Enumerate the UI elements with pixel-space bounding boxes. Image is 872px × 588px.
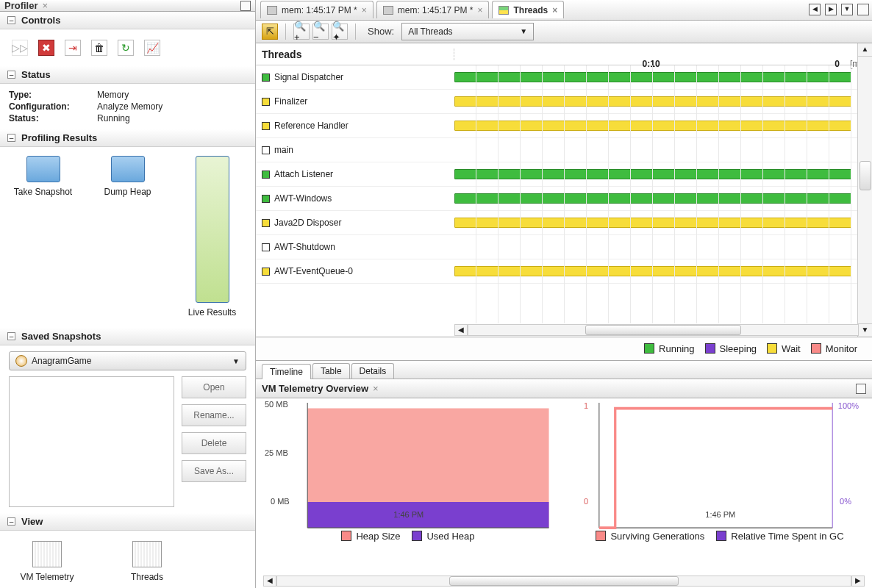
stop-icon[interactable]: ✖	[38, 40, 54, 56]
thread-row[interactable]: Reference Handler	[256, 114, 872, 138]
legend-usedheap-icon	[412, 531, 422, 541]
open-button[interactable]: Open	[182, 376, 246, 398]
tab-mem-1-label: mem: 1:45:17 PM *	[282, 5, 357, 15]
mem-icon	[383, 6, 393, 15]
subtab-table[interactable]: Table	[312, 363, 350, 379]
chart-heap: 50 MB 25 MB 0 MB 1:46 PM Heap Size Used …	[263, 403, 553, 550]
legend-heapsize-label: Heap Size	[356, 531, 400, 542]
scroll-down-icon[interactable]: ▼	[858, 323, 872, 337]
collapse-icon: –	[7, 134, 15, 142]
horizontal-scrollbar[interactable]: ◀ ▶	[256, 323, 872, 337]
thread-name: Finalizer	[274, 96, 307, 107]
close-icon[interactable]: ×	[477, 5, 482, 15]
delete-button[interactable]: Delete	[182, 432, 246, 454]
trash-icon[interactable]: 🗑	[91, 40, 107, 56]
tab-threads-label: Threads	[513, 5, 548, 15]
thread-row[interactable]: AWT-Windows	[256, 187, 872, 211]
svg-rect-1	[307, 502, 548, 528]
threads-legend: Running Sleeping Wait Monitor	[256, 337, 872, 361]
take-snapshot-button[interactable]: Take Snapshot	[9, 156, 77, 318]
vm-telemetry-button[interactable]: VM Telemetry	[12, 541, 82, 582]
state-icon	[262, 74, 270, 82]
snapshot-select[interactable]: AnagramGame ▼	[9, 351, 246, 370]
thread-name: AWT-Shutdown	[274, 242, 335, 252]
close-icon[interactable]: ×	[552, 5, 557, 15]
save-as-button[interactable]: Save As...	[182, 460, 246, 482]
close-icon[interactable]: ×	[373, 383, 379, 394]
scroll-left-icon[interactable]: ◀	[454, 324, 468, 336]
zoom-out-icon[interactable]: 🔍−	[312, 24, 329, 40]
thread-row[interactable]: Signal Dispatcher	[256, 65, 872, 90]
tab-mem-1[interactable]: mem: 1:45:17 PM *×	[260, 1, 374, 18]
vertical-scrollbar[interactable]: ▲ ▼	[857, 43, 872, 337]
threads-label: Threads	[112, 572, 182, 582]
scroll-up-icon[interactable]: ▲	[858, 43, 872, 57]
subtab-details[interactable]: Details	[351, 363, 395, 379]
telemetry-scrollbar[interactable]: ◀ ▶	[263, 575, 865, 588]
thread-row[interactable]: Finalizer	[256, 90, 872, 114]
thread-bar	[454, 242, 851, 252]
rename-button[interactable]: Rename...	[182, 404, 246, 426]
maximize-icon[interactable]	[857, 4, 869, 15]
zoom-fit-icon[interactable]: 🔍✦	[332, 24, 348, 40]
status-status-key: Status:	[9, 113, 97, 123]
show-select[interactable]: All Threads ▼	[401, 23, 534, 40]
close-icon[interactable]: ×	[362, 5, 367, 15]
rerun-icon[interactable]: ▷▷	[12, 40, 28, 56]
snapshot-list[interactable]	[9, 376, 174, 507]
section-profiling-header[interactable]: – Profiling Results	[0, 129, 255, 147]
nav-left-icon[interactable]: ◀	[809, 4, 821, 15]
close-icon[interactable]: ×	[43, 0, 49, 11]
profiler-panel: Profiler × – Controls ▷▷ ✖ ⇥ 🗑 ↻ 📈 – Sta…	[0, 0, 256, 588]
minimize-icon[interactable]	[240, 1, 251, 11]
x-lbl: 1:46 PM	[393, 510, 424, 519]
section-view-header[interactable]: – View	[0, 513, 255, 531]
mem-icon	[267, 6, 277, 15]
live-results-button[interactable]: Live Results	[178, 156, 246, 318]
dropdown-icon[interactable]: ▼	[841, 4, 853, 15]
legend-monitor-icon	[811, 343, 821, 354]
thread-name: main	[274, 145, 293, 155]
take-snapshot-label: Take Snapshot	[9, 187, 77, 197]
thread-bar	[454, 121, 851, 131]
tab-threads[interactable]: Threads×	[492, 1, 564, 18]
legend-surv-label: Surviving Generations	[610, 531, 704, 542]
chart-gc: 1 0 100% 0% 1:46 PM Surviving Generation…	[575, 403, 865, 550]
state-icon	[262, 98, 270, 106]
section-status-header[interactable]: – Status	[0, 66, 255, 84]
scroll-right-icon[interactable]: ▶	[851, 576, 865, 587]
live-results-icon	[196, 156, 229, 303]
thread-bar	[454, 193, 851, 204]
thread-row[interactable]: Attach Listener	[256, 162, 872, 187]
ry-top: 1	[584, 401, 588, 410]
editor-tabs: mem: 1:45:17 PM *× mem: 1:45:17 PM *× Th…	[256, 0, 872, 21]
legend-monitor-label: Monitor	[826, 343, 857, 354]
nav-right-icon[interactable]: ▶	[825, 4, 837, 15]
status-table: Type: Memory Configuration: Analyze Memo…	[9, 90, 246, 123]
tab-mem-2[interactable]: mem: 1:45:17 PM *×	[376, 1, 490, 18]
reset-icon[interactable]: ⇥	[65, 40, 81, 56]
gc-icon[interactable]: ↻	[118, 40, 134, 56]
scroll-thumb[interactable]	[449, 576, 679, 586]
scroll-thumb[interactable]	[585, 325, 741, 335]
thread-row[interactable]: AWT-Shutdown	[256, 235, 872, 259]
subtab-timeline[interactable]: Timeline	[262, 364, 311, 379]
minimize-icon[interactable]	[856, 384, 866, 394]
thread-row[interactable]: main	[256, 138, 872, 162]
thread-row[interactable]: Java2D Disposer	[256, 211, 872, 235]
export-icon[interactable]: ⇱	[262, 24, 278, 40]
section-controls-header[interactable]: – Controls	[0, 12, 255, 29]
thread-bar	[454, 72, 851, 82]
controls-toolbar: ▷▷ ✖ ⇥ 🗑 ↻ 📈	[9, 35, 246, 60]
scroll-thumb[interactable]	[860, 161, 871, 190]
chart-icon[interactable]: 📈	[144, 40, 160, 56]
thread-row[interactable]: AWT-EventQueue-0	[256, 259, 872, 284]
rr-bot: 0%	[840, 497, 851, 506]
zoom-in-icon[interactable]: 🔍+	[293, 24, 310, 40]
dump-heap-button[interactable]: Dump Heap	[93, 156, 162, 318]
scroll-left-icon[interactable]: ◀	[263, 576, 276, 587]
section-snapshots-header[interactable]: – Saved Snapshots	[0, 328, 255, 345]
state-icon	[262, 122, 270, 130]
threads-button[interactable]: Threads	[112, 541, 182, 582]
status-status-val: Running	[97, 113, 246, 123]
